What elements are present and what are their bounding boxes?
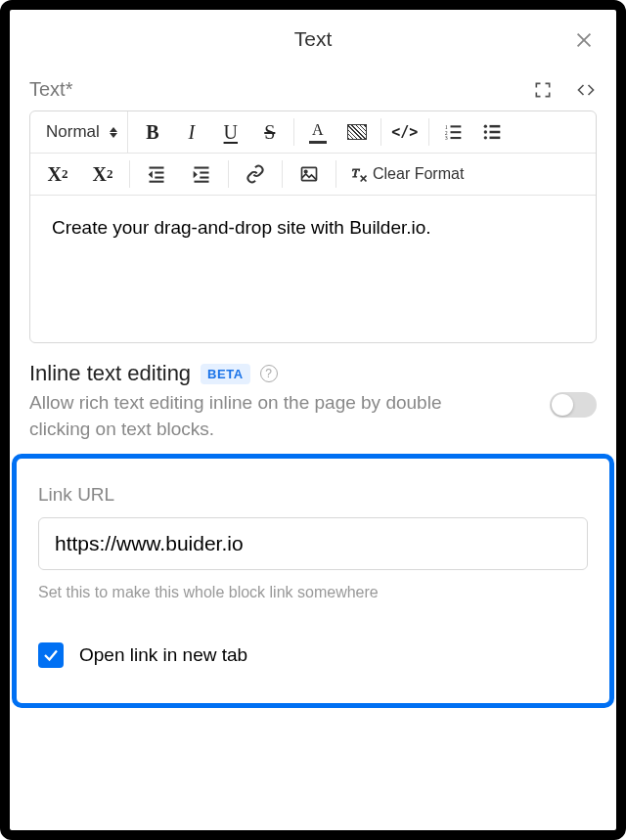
subscript-button[interactable]: X2 — [36, 154, 79, 195]
close-button[interactable] — [571, 27, 597, 53]
toolbar-separator — [129, 160, 130, 188]
link-url-label: Link URL — [38, 484, 588, 506]
toolbar-separator — [380, 118, 381, 146]
svg-rect-14 — [150, 167, 164, 169]
indent-icon — [192, 164, 211, 184]
svg-rect-5 — [450, 125, 461, 127]
toolbar-separator — [282, 160, 283, 188]
indent-button[interactable] — [180, 154, 223, 195]
text-color-button[interactable]: A — [299, 111, 336, 153]
clear-format-button[interactable]: T Clear Format — [341, 154, 471, 195]
svg-rect-16 — [155, 177, 163, 179]
clear-format-label: Clear Format — [373, 165, 464, 183]
strikethrough-button[interactable]: S — [251, 111, 289, 153]
svg-rect-6 — [450, 131, 461, 133]
toolbar-separator — [335, 160, 336, 188]
code-view-button[interactable] — [575, 79, 597, 101]
rich-text-editor: Normal B I U S A </> 123 X2 X2 — [29, 111, 597, 343]
underline-button[interactable]: U — [212, 111, 249, 153]
image-icon — [299, 164, 319, 184]
link-icon — [246, 164, 265, 184]
italic-button[interactable]: I — [173, 111, 210, 153]
svg-rect-11 — [489, 125, 500, 128]
format-select-value: Normal — [46, 122, 100, 142]
ordered-list-button[interactable]: 123 — [434, 111, 471, 153]
link-button[interactable] — [234, 154, 277, 195]
svg-rect-22 — [195, 181, 209, 183]
svg-point-25 — [304, 170, 307, 173]
editor-content[interactable]: Create your drag-and-drop site with Buil… — [30, 196, 596, 342]
sort-icon — [110, 127, 117, 138]
outdent-icon — [147, 164, 166, 184]
svg-point-9 — [483, 130, 486, 133]
svg-rect-12 — [489, 131, 500, 134]
clear-format-icon: T — [349, 164, 369, 184]
toolbar-separator — [428, 118, 429, 146]
panel-title: Text — [294, 27, 333, 51]
unordered-list-icon — [482, 122, 502, 142]
fullscreen-icon — [533, 80, 553, 100]
svg-text:3: 3 — [444, 135, 447, 141]
superscript-button[interactable]: X2 — [81, 154, 124, 195]
toolbar-separator — [293, 118, 294, 146]
outdent-button[interactable] — [135, 154, 178, 195]
toolbar-row-1: Normal B I U S A </> 123 — [30, 111, 596, 154]
svg-rect-19 — [195, 167, 209, 169]
svg-point-10 — [483, 136, 486, 139]
link-url-input[interactable] — [38, 517, 588, 570]
svg-point-8 — [483, 125, 486, 128]
highlight-button[interactable] — [338, 111, 376, 153]
svg-marker-18 — [149, 171, 153, 179]
svg-rect-13 — [489, 137, 500, 140]
svg-rect-20 — [200, 172, 208, 174]
ordered-list-icon: 123 — [443, 122, 463, 142]
inline-editing-title: Inline text editing — [29, 361, 191, 386]
code-icon — [576, 80, 596, 100]
unordered-list-button[interactable] — [473, 111, 511, 153]
toolbar-separator — [228, 160, 229, 188]
fullscreen-button[interactable] — [532, 79, 554, 101]
toolbar-row-2: X2 X2 T Clear Format — [30, 154, 596, 196]
svg-rect-15 — [155, 172, 163, 174]
close-icon — [573, 29, 595, 51]
highlight-icon — [347, 124, 367, 140]
svg-marker-23 — [194, 171, 198, 179]
svg-rect-7 — [450, 137, 461, 139]
inline-editing-description: Allow rich text editing inline on the pa… — [29, 390, 460, 442]
link-url-help: Set this to make this whole block link s… — [38, 584, 588, 601]
format-select[interactable]: Normal — [36, 111, 128, 153]
svg-rect-17 — [150, 181, 164, 183]
svg-text:T: T — [352, 165, 361, 180]
help-button[interactable]: ? — [260, 365, 278, 382]
image-button[interactable] — [288, 154, 331, 195]
inline-editing-toggle[interactable] — [550, 392, 597, 418]
svg-rect-21 — [200, 177, 208, 179]
check-icon — [42, 646, 60, 664]
link-url-section: Link URL Set this to make this whole blo… — [12, 454, 614, 708]
bold-button[interactable]: B — [134, 111, 171, 153]
code-block-button[interactable]: </> — [386, 111, 424, 153]
beta-badge: BETA — [201, 364, 249, 384]
open-new-tab-checkbox[interactable] — [38, 642, 64, 668]
open-new-tab-label: Open link in new tab — [79, 644, 247, 666]
text-field-label: Text* — [29, 78, 72, 101]
